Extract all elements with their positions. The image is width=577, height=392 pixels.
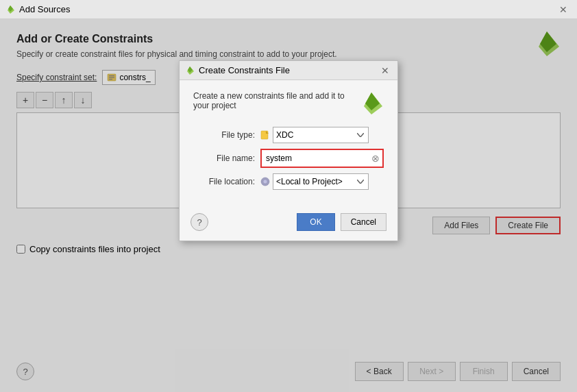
file-name-input[interactable] [262,150,382,167]
modal-title-left: Create Constraints File [185,65,290,75]
title-bar-left: Add Sources [5,4,70,14]
file-location-select[interactable]: <Local to Project> [273,173,369,190]
file-location-row: <Local to Project> [260,173,384,190]
modal-close-button[interactable]: ✕ [378,64,392,77]
file-location-icon [260,177,270,186]
svg-point-15 [263,180,267,184]
file-type-icon [260,130,270,140]
modal-form: File type: XDC TCL File name: [193,127,384,190]
file-type-row: XDC TCL [260,127,384,143]
file-location-label: File location: [193,177,255,186]
modal-footer-buttons: OK Cancel [297,213,386,231]
modal-footer: ? OK Cancel [180,208,397,241]
modal-app-icon [185,66,195,75]
file-name-wrapper: ⊗ [260,149,384,168]
file-name-clear-button[interactable]: ⊗ [371,154,380,163]
title-bar-text: Add Sources [19,4,70,14]
window-close-button[interactable]: ✕ [555,3,572,16]
title-bar: Add Sources ✕ [0,0,577,19]
modal-ok-button[interactable]: OK [297,213,334,231]
modal-title-text: Create Constraints File [199,65,290,75]
file-type-select[interactable]: XDC TCL [273,127,369,143]
app-icon [5,5,15,14]
modal-help-button[interactable]: ? [191,213,208,231]
file-type-label: File type: [193,130,255,140]
main-content: Add or Create Constraints Specify or cre… [0,19,577,392]
modal-description-text: Create a new constraints file and add it… [193,91,352,110]
modal-body: Create a new constraints file and add it… [180,80,397,208]
modal-cancel-button[interactable]: Cancel [341,213,386,231]
file-name-label: File name: [193,154,255,163]
modal-title-bar: Create Constraints File ✕ [180,61,397,80]
create-constraints-modal: Create Constraints File ✕ Create a new c… [179,60,398,241]
modal-logo [359,91,384,116]
modal-overlay: Create Constraints File ✕ Create a new c… [0,19,577,392]
modal-description: Create a new constraints file and add it… [193,91,384,116]
